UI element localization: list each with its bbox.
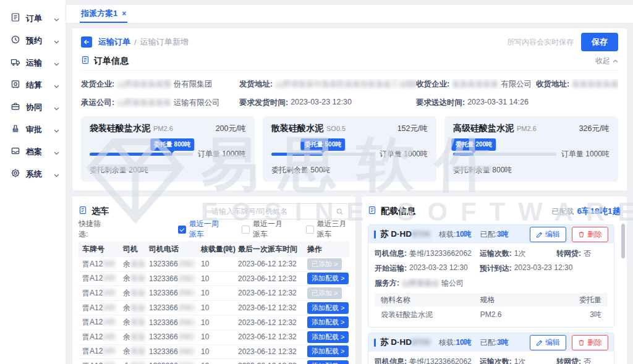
- sidebar-item-collaboration[interactable]: 协同: [0, 96, 66, 119]
- checkbox-icon[interactable]: [242, 226, 250, 234]
- phone-cell: 13233662062: [149, 260, 201, 268]
- field-ship-address: 发货地址: 山西省某某市某某区某某街道某某工业园区100号: [239, 79, 416, 90]
- breadcrumb: 运输订单 / 运输订单新增 所写内容会实时保存 保存: [81, 32, 618, 52]
- sidebar-item-system[interactable]: 系统: [0, 163, 66, 185]
- field-value: 有限公司: [501, 79, 532, 90]
- table-row: 晋A12345 余某某 13233662062 10 2023-06-12 12…: [79, 257, 349, 272]
- add-load-button[interactable]: 已添加 >: [307, 287, 342, 299]
- filter-checkbox-item[interactable]: 最近一月派车: [242, 219, 285, 240]
- field-label: 发货企业:: [81, 79, 114, 90]
- add-load-button[interactable]: 添加配载 >: [307, 360, 349, 364]
- truck-plate: 苏 D·HD8706: [380, 229, 430, 240]
- chevron-down-icon: [54, 57, 59, 69]
- chevron-up-icon: [613, 59, 618, 63]
- network-loan: 转网贷:否: [556, 357, 608, 364]
- table-row: 晋A12345 余某某 13233662062 10 2023-06-12 12…: [79, 345, 349, 360]
- sidebar-item-reservation[interactable]: 预约: [0, 30, 66, 52]
- material-quantity: 3吨: [568, 310, 601, 320]
- field-value: 份有限集团: [174, 79, 213, 90]
- network-loan: 转网贷:否: [556, 248, 608, 259]
- column-header: 司机电话: [149, 244, 201, 255]
- delete-button[interactable]: 删除: [572, 335, 608, 350]
- table-row: 晋A12345 余某某 13233662062 10 2023-06-12 12…: [79, 315, 349, 330]
- add-load-button[interactable]: 添加配载 >: [307, 302, 349, 314]
- material-spec: PM2.6: [480, 310, 569, 319]
- sidebar-item-label: 协同: [26, 102, 54, 113]
- plate-cell: 晋A12345: [82, 317, 123, 328]
- edit-button[interactable]: 编辑: [530, 335, 566, 350]
- capacity-cell: 10: [201, 318, 238, 327]
- main-area: 指派方案1 × 运输订单 / 运输订单新增 所写内容会实时保存 保存: [66, 0, 633, 364]
- progress-track: 委托量 500吨: [271, 153, 375, 156]
- load-card-header: 苏 D·HD8706 核载:10吨 已配:3吨 编辑: [368, 333, 614, 352]
- progress-track: 委托量 200吨: [453, 153, 556, 156]
- add-load-button[interactable]: 已添加 >: [307, 258, 342, 270]
- briefcase-icon: [11, 101, 20, 114]
- action-cell: 添加配载 >: [307, 360, 349, 364]
- material-name: 袋装硅酸盐水泥: [381, 310, 480, 320]
- add-load-button[interactable]: 添加配载 >: [307, 316, 349, 328]
- edit-label: 编辑: [545, 337, 560, 348]
- sidebar-item-archives[interactable]: 档案: [0, 141, 66, 163]
- capacity-stat: 核载:10吨: [439, 337, 472, 348]
- phone-cell: 13233662062: [149, 347, 201, 356]
- field-value: 运输有限公司: [174, 98, 220, 108]
- column-header: 委托量: [568, 295, 601, 305]
- product-price: 152元/吨: [397, 124, 428, 134]
- sidebar-item-label: 档案: [26, 146, 54, 158]
- delete-button[interactable]: 删除: [572, 227, 608, 242]
- column-header: 规格: [480, 295, 569, 305]
- chevron-down-icon: [54, 102, 59, 113]
- driver-info: 司机信息:姜维/13233662062: [375, 357, 480, 364]
- trip-count: 运输次数:1次: [480, 357, 556, 364]
- breadcrumb-separator: /: [134, 38, 137, 47]
- breadcrumb-root[interactable]: 运输订单: [98, 36, 130, 48]
- tab-label: 指派方案1: [81, 8, 117, 19]
- filter-checkbox-item[interactable]: 最近一周派车: [178, 219, 221, 240]
- truck-plate: 苏 D·HD8706: [380, 337, 430, 348]
- sidebar-item-label: 审批: [26, 124, 54, 135]
- load-card-body: 司机信息:姜维/13233662062 运输次数:1次 转网贷:否 开始运输:2…: [368, 243, 614, 327]
- order-info-header: 订单信息 收起: [81, 52, 618, 70]
- add-load-button[interactable]: 添加配载 >: [307, 273, 349, 284]
- search-input[interactable]: [211, 207, 336, 216]
- breadcrumb-current: 运输订单新增: [140, 36, 189, 48]
- sidebar-item-transport[interactable]: 运输: [0, 52, 66, 74]
- column-header: 核载量(吨): [201, 244, 238, 255]
- filter-label: 最近三月派车: [317, 219, 349, 240]
- product-spec: SO0.5: [326, 125, 346, 132]
- driver-cell: 余某某: [123, 361, 149, 364]
- tab-assign-plan-1[interactable]: 指派方案1 ×: [80, 5, 127, 23]
- dispatch-time-cell: 2023-06-12 12:32: [238, 289, 307, 297]
- filter-checkbox-item[interactable]: 最近三月派车: [306, 219, 349, 240]
- product-card: 高级硅酸盐水泥 PM2.6 326元/吨 委托量 200吨 订单量 1000吨 …: [444, 116, 618, 182]
- add-load-button[interactable]: 添加配载 >: [307, 345, 349, 357]
- save-button[interactable]: 保存: [581, 33, 618, 51]
- edit-button[interactable]: 编辑: [530, 227, 566, 242]
- driver-cell: 余某某: [123, 259, 149, 269]
- driver-cell: 余某某: [123, 317, 149, 328]
- order-quantity: 订单量 1000吨: [380, 149, 428, 159]
- checkbox-icon[interactable]: [178, 226, 186, 234]
- action-cell: 添加配载 >: [307, 273, 349, 284]
- consigned-tooltip: 委托量 500吨: [301, 138, 345, 151]
- dispatch-time-cell: 2023-06-12 12:32: [238, 362, 307, 364]
- sidebar-item-orders[interactable]: 订单: [0, 7, 66, 30]
- vehicle-panel: 选车 快捷筛选: 最近一周派车: [72, 197, 355, 364]
- checkbox-icon[interactable]: [306, 226, 314, 234]
- capacity-cell: 10: [201, 274, 238, 283]
- sidebar-item-approval[interactable]: 审批: [0, 119, 66, 141]
- column-header: 司机: [123, 244, 149, 255]
- back-button[interactable]: [81, 36, 92, 48]
- dispatch-time-cell: 2023-06-12 12:32: [238, 303, 307, 312]
- scrollbar-thumb[interactable]: [621, 224, 625, 258]
- collapse-toggle[interactable]: 收起: [595, 56, 618, 66]
- column-header: 操作: [307, 244, 346, 255]
- add-load-button[interactable]: 添加配载 >: [307, 331, 349, 343]
- load-cards: 苏 D·HD8706 核载:10吨 已配:3吨 编辑: [368, 224, 621, 364]
- vehicle-search: [206, 203, 349, 219]
- quick-filters: 快捷筛选: 最近一周派车 最近一月派车 最近三月派车: [79, 222, 349, 237]
- sidebar-item-settlement[interactable]: 结算: [0, 74, 66, 96]
- close-icon[interactable]: ×: [122, 9, 126, 18]
- table-row: 晋A12345 余某某 13233662062 10 2023-06-12 12…: [79, 301, 349, 316]
